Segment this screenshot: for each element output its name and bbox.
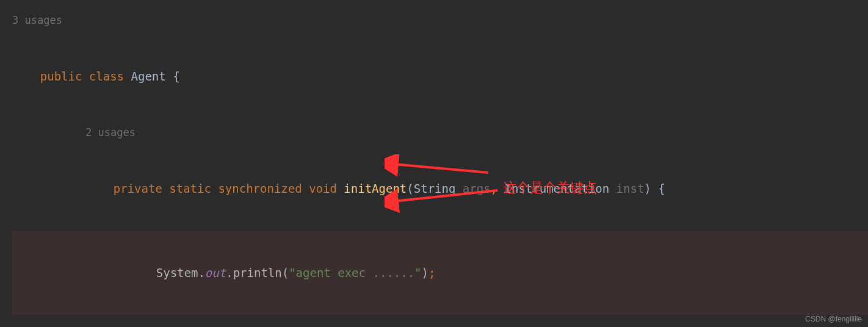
param-type: String (414, 182, 456, 195)
code-line-highlighted[interactable]: System.out.println("agent exec ......"); (12, 231, 868, 315)
code-line[interactable]: public class Agent { (12, 34, 868, 118)
field-out: out (205, 266, 226, 279)
param-type: Instrumentation (505, 182, 610, 195)
class-name: Agent (131, 70, 166, 83)
code-line[interactable]: private static synchronized void initAge… (12, 146, 868, 231)
watermark: CSDN @fengllllle (805, 315, 862, 323)
semicolon: ; (429, 266, 435, 279)
usages-hint-method[interactable]: 2 usages (12, 118, 868, 146)
keyword-void: void (309, 182, 337, 195)
param-name: args (463, 182, 491, 195)
dot: . (198, 266, 204, 279)
keyword-public: public (40, 70, 82, 83)
method-name: initAgent (344, 182, 407, 195)
brace-open: { (658, 182, 665, 195)
brace-open: { (173, 70, 179, 83)
comma: , (491, 182, 497, 195)
paren-close: ) (644, 182, 651, 195)
paren-open: ( (282, 266, 289, 279)
keyword-synchronized: synchronized (218, 182, 302, 195)
code-editor[interactable]: 3 usages public class Agent { 2 usages p… (0, 0, 868, 327)
usages-hint-class[interactable]: 3 usages (12, 6, 868, 34)
method-call: println (233, 266, 282, 279)
paren-open: ( (407, 182, 413, 195)
param-name: inst (617, 182, 645, 195)
paren-close: ) (422, 266, 429, 279)
code-line[interactable]: CheckStatus.initStatus(); (12, 315, 868, 327)
keyword-class: class (89, 70, 124, 83)
keyword-private: private (114, 182, 162, 195)
dot: . (226, 266, 233, 279)
keyword-static: static (169, 182, 211, 195)
class-ref: System (156, 266, 198, 279)
string-literal: "agent exec ......" (289, 266, 421, 279)
